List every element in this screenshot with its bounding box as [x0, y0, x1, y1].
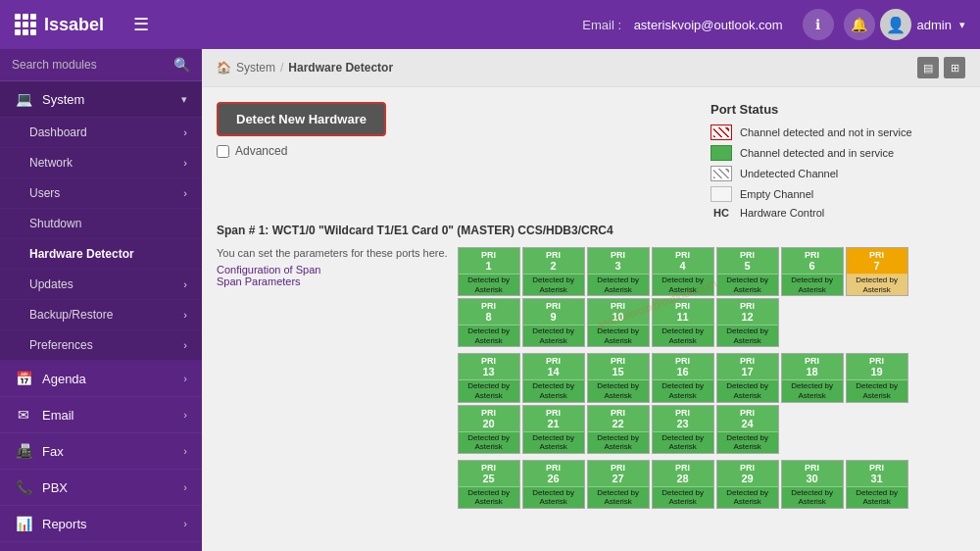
span-config-link1[interactable]: Configuration of Span — [217, 264, 320, 276]
pri-cell-13[interactable]: PRI13Detected by Asterisk — [458, 353, 520, 402]
pri-label: PRI — [459, 250, 519, 260]
pri-label: PRI — [588, 356, 649, 366]
agenda-icon: 📅 — [15, 371, 32, 386]
pri-cell-bottom: Detected by Asterisk — [588, 326, 649, 346]
breadcrumb-action-1[interactable]: ▤ — [917, 57, 939, 78]
content-area: 🏠 System / Hardware Detector ▤ ⊞ Port St… — [202, 49, 980, 551]
pri-cell-1[interactable]: PRI1Detected by Asterisk — [458, 247, 520, 296]
pri-cell-15[interactable]: PRI15Detected by Asterisk — [587, 353, 650, 402]
sidebar-item-users[interactable]: Users › — [0, 178, 202, 209]
pri-cell-bottom: Detected by Asterisk — [459, 380, 519, 401]
pri-cell-6[interactable]: PRI6Detected by Asterisk — [781, 247, 844, 296]
pri-cell-bottom: Detected by Asterisk — [523, 380, 584, 401]
sidebar-item-shutdown[interactable]: Shutdown — [0, 209, 202, 239]
sidebar-item-label: Reports — [42, 517, 183, 531]
breadcrumb-system[interactable]: System — [236, 61, 275, 75]
sidebar-item-preferences[interactable]: Preferences › — [0, 330, 202, 361]
sidebar-item-network[interactable]: Network › — [0, 148, 202, 178]
pri-cell-3[interactable]: PRI3Detected by Asterisk — [587, 247, 650, 296]
pri-cell-bottom: Detected by Asterisk — [459, 326, 519, 346]
port-status-title: Port Status — [710, 102, 965, 117]
pri-cell-29[interactable]: PRI29Detected by Asterisk — [716, 460, 779, 509]
pri-cell-bottom: Detected by Asterisk — [782, 275, 843, 295]
pri-cell-14[interactable]: PRI14Detected by Asterisk — [522, 353, 585, 402]
pri-cell-18[interactable]: PRI18Detected by Asterisk — [781, 353, 844, 402]
hamburger-menu[interactable]: ☰ — [133, 14, 149, 35]
sidebar-item-email[interactable]: ✉ Email › — [0, 397, 202, 433]
pri-cell-31[interactable]: PRI31Detected by Asterisk — [846, 460, 908, 509]
pri-label: PRI — [459, 356, 519, 366]
pri-label: PRI — [523, 463, 584, 473]
pri-cell-8[interactable]: PRI8Detected by Asterisk — [458, 298, 520, 347]
notifications-button[interactable]: 🔔 — [844, 9, 875, 40]
sidebar-item-reports[interactable]: 📊 Reports › — [0, 506, 202, 542]
pri-cell-23[interactable]: PRI23Detected by Asterisk — [652, 405, 714, 454]
legend-undetected: Undetected Channel — [710, 166, 965, 181]
pri-num: 11 — [653, 311, 713, 323]
pri-num: 17 — [717, 366, 778, 377]
sidebar-sub-label: Preferences — [29, 338, 93, 352]
pri-cell-10[interactable]: PRI10Detected by Asterisk — [587, 298, 650, 347]
pri-cell-26[interactable]: PRI26Detected by Asterisk — [522, 460, 585, 509]
sidebar-sub-label: Network — [29, 156, 73, 170]
breadcrumb-home-icon: 🏠 — [217, 61, 231, 75]
pri-cell-9[interactable]: PRI9Detected by Asterisk — [522, 298, 585, 347]
sidebar-item-fax[interactable]: 📠 Fax › — [0, 433, 202, 470]
pri-cell-11[interactable]: PRI11Detected by Asterisk — [652, 298, 714, 347]
pri-label: PRI — [459, 408, 519, 418]
pri-cell-30[interactable]: PRI30Detected by Asterisk — [781, 460, 844, 509]
advanced-checkbox[interactable] — [217, 145, 229, 158]
legend-box-empty — [710, 186, 732, 202]
sidebar-item-dashboard[interactable]: Dashboard › — [0, 118, 202, 148]
sidebar-item-hardware-detector[interactable]: Hardware Detector — [0, 239, 202, 270]
pri-cell-bottom: Detected by Asterisk — [847, 380, 907, 401]
email-label: Email : — [582, 18, 621, 32]
sidebar-item-agenda[interactable]: 📅 Agenda › — [0, 361, 202, 397]
pri-num: 6 — [782, 260, 843, 272]
pri-num: 31 — [847, 473, 907, 484]
pri-cell-7[interactable]: PRI7Detected by Asterisk — [846, 247, 908, 296]
detect-hardware-button[interactable]: Detect New Hardware — [217, 102, 386, 136]
sidebar-item-system[interactable]: 💻 System ▾ — [0, 81, 202, 118]
sidebar-sub-label: Shutdown — [29, 217, 81, 230]
pri-cell-bottom: Detected by Asterisk — [847, 487, 907, 508]
pri-cell-4[interactable]: PRI4Detected by Asterisk — [652, 247, 714, 296]
legend-hc-label: HC — [710, 207, 732, 219]
info-button[interactable]: ℹ — [803, 9, 834, 40]
sidebar-item-pbx[interactable]: 📞 PBX › — [0, 470, 202, 506]
user-menu[interactable]: 👤 admin ▾ — [880, 9, 965, 40]
prefs-arrow: › — [183, 339, 187, 351]
pri-cell-21[interactable]: PRI21Detected by Asterisk — [522, 405, 585, 454]
pri-cell-19[interactable]: PRI19Detected by Asterisk — [846, 353, 908, 402]
pri-num: 1 — [459, 260, 519, 272]
pri-cell-27[interactable]: PRI27Detected by Asterisk — [587, 460, 650, 509]
dashboard-arrow: › — [183, 126, 187, 138]
sidebar-item-updates[interactable]: Updates › — [0, 270, 202, 300]
sidebar-item-backup-restore[interactable]: Backup/Restore › — [0, 300, 202, 330]
pri-num: 27 — [588, 473, 649, 484]
pri-cell-28[interactable]: PRI28Detected by Asterisk — [652, 460, 714, 509]
pri-cell-25[interactable]: PRI25Detected by Asterisk — [458, 460, 520, 509]
sidebar-item-extras[interactable]: ⚙ Extras › — [0, 542, 202, 551]
pri-num: 26 — [523, 473, 584, 484]
agenda-arrow: › — [183, 373, 187, 384]
pri-num: 25 — [459, 473, 519, 484]
breadcrumb-action-2[interactable]: ⊞ — [944, 57, 965, 78]
pri-cell-22[interactable]: PRI22Detected by Asterisk — [587, 405, 650, 454]
pri-cell-bottom: Detected by Asterisk — [782, 487, 843, 508]
span-config-text: You can set the parameters for these por… — [217, 247, 448, 259]
pri-cell-2[interactable]: PRI2Detected by Asterisk — [522, 247, 585, 296]
pri-label: PRI — [588, 408, 649, 418]
pri-num: 24 — [717, 418, 778, 429]
pri-label: PRI — [847, 463, 907, 473]
pri-cell-16[interactable]: PRI16Detected by Asterisk — [652, 353, 714, 402]
pri-cell-20[interactable]: PRI20Detected by Asterisk — [458, 405, 520, 454]
search-input[interactable] — [12, 58, 173, 72]
span-config-link2[interactable]: Span Parameters — [217, 276, 301, 287]
pri-cell-5[interactable]: PRI5Detected by Asterisk — [716, 247, 779, 296]
pri-cell-17[interactable]: PRI17Detected by Asterisk — [716, 353, 779, 402]
pri-cell-24[interactable]: PRI24Detected by Asterisk — [716, 405, 779, 454]
pri-cell-12[interactable]: PRI12Detected by Asterisk — [716, 298, 779, 347]
pri-num: 19 — [847, 366, 907, 377]
user-dropdown-arrow: ▾ — [959, 19, 965, 31]
